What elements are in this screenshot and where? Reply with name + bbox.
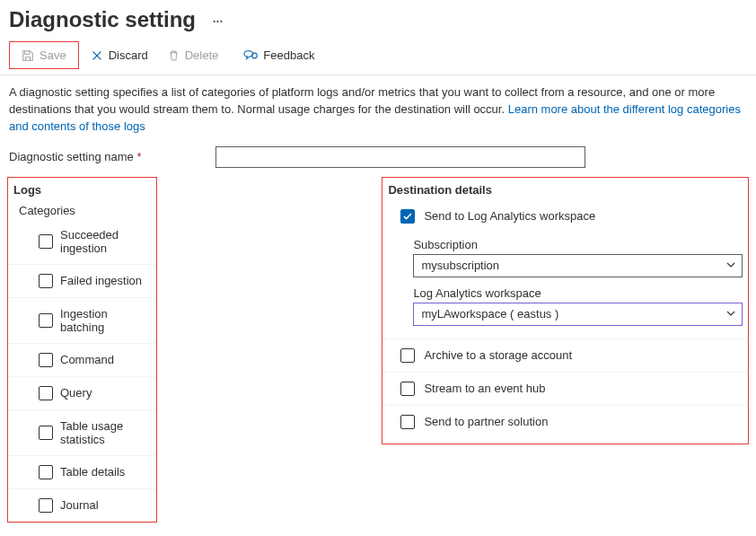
logs-categories-label: Categories — [8, 200, 156, 219]
law-value: myLAworkspace ( eastus ) — [421, 307, 558, 321]
log-category-label: Command — [60, 353, 114, 366]
dest-partner-row[interactable]: Send to partner solution — [382, 406, 748, 438]
log-category-label: Table usage statistics — [60, 419, 151, 446]
log-category-label: Succeeded ingestion — [60, 228, 151, 255]
dest-log-analytics-row[interactable]: Send to Log Analytics workspace — [382, 200, 748, 233]
checkbox[interactable] — [39, 426, 53, 440]
metrics-section: Metrics AllMetrics — [0, 533, 756, 536]
delete-label: Delete — [185, 48, 219, 62]
more-icon[interactable]: ··· — [202, 14, 224, 29]
logs-list: Succeeded ingestion Failed ingestion Ing… — [8, 219, 156, 522]
checkbox[interactable] — [39, 353, 53, 367]
feedback-button[interactable]: Feedback — [235, 44, 322, 66]
checkbox[interactable] — [39, 465, 53, 479]
log-category-row[interactable]: Table details — [8, 456, 156, 489]
dest-log-analytics-label: Send to Log Analytics workspace — [424, 209, 595, 223]
checkbox[interactable] — [39, 313, 53, 328]
subscription-select[interactable]: mysubscription — [413, 254, 743, 277]
checkbox[interactable] — [39, 274, 53, 288]
dest-archive-row[interactable]: Archive to a storage account — [382, 339, 748, 373]
name-row: Diagnostic setting name * — [0, 145, 756, 177]
save-label: Save — [40, 48, 66, 62]
destination-panel: Destination details Send to Log Analytic… — [382, 177, 749, 444]
logs-panel: Logs Categories Succeeded ingestion Fail… — [7, 177, 157, 523]
dest-archive-label: Archive to a storage account — [424, 348, 572, 362]
checkbox[interactable] — [400, 348, 415, 363]
logs-title: Logs — [8, 178, 156, 200]
log-category-row[interactable]: Failed ingestion — [8, 265, 156, 298]
checkbox[interactable] — [400, 415, 415, 429]
checkbox[interactable] — [39, 386, 53, 400]
dest-eventhub-row[interactable]: Stream to an event hub — [382, 373, 748, 406]
checkbox[interactable] — [39, 498, 53, 513]
delete-icon — [168, 49, 180, 62]
discard-button[interactable]: Discard — [83, 44, 156, 66]
chevron-down-icon — [725, 308, 736, 319]
chevron-down-icon — [725, 259, 736, 270]
subscription-field: Subscription mysubscription — [382, 233, 748, 281]
destination-title: Destination details — [382, 178, 748, 200]
checkbox[interactable] — [39, 234, 53, 249]
subscription-value: mysubscription — [421, 259, 499, 272]
name-label: Diagnostic setting name * — [9, 150, 208, 163]
dest-partner-label: Send to partner solution — [424, 415, 548, 428]
feedback-icon — [243, 49, 258, 62]
log-category-row[interactable]: Query — [8, 377, 156, 410]
intro-text: A diagnostic setting specifies a list of… — [0, 75, 756, 145]
log-category-label: Ingestion batching — [60, 307, 151, 334]
law-select[interactable]: myLAworkspace ( eastus ) — [413, 303, 743, 326]
law-field: Log Analytics workspace myLAworkspace ( … — [382, 281, 748, 339]
checkbox[interactable] — [400, 209, 415, 224]
discard-label: Discard — [109, 48, 148, 62]
required-asterisk: * — [136, 150, 141, 163]
save-icon — [22, 49, 34, 62]
log-category-row[interactable]: Command — [8, 344, 156, 377]
page-title: Diagnostic setting ··· — [0, 0, 756, 38]
save-button[interactable]: Save — [13, 44, 75, 66]
subscription-label: Subscription — [413, 238, 743, 254]
dest-eventhub-label: Stream to an event hub — [424, 382, 545, 395]
log-category-row[interactable]: Succeeded ingestion — [8, 219, 156, 265]
log-category-row[interactable]: Ingestion batching — [8, 298, 156, 344]
delete-button[interactable]: Delete — [160, 44, 227, 66]
name-input[interactable] — [215, 146, 585, 168]
log-category-row[interactable]: Table usage statistics — [8, 410, 156, 456]
law-label: Log Analytics workspace — [413, 286, 743, 303]
log-category-row[interactable]: Journal — [8, 489, 156, 522]
log-category-label: Table details — [60, 465, 125, 479]
page-title-text: Diagnostic setting — [9, 7, 196, 31]
toolbar: Save Discard Delete Feedback — [0, 38, 756, 75]
feedback-label: Feedback — [263, 48, 314, 62]
discard-icon — [91, 49, 103, 62]
log-category-label: Query — [60, 386, 92, 400]
log-category-label: Journal — [60, 498, 99, 512]
svg-point-0 — [252, 53, 258, 58]
log-category-label: Failed ingestion — [60, 274, 142, 287]
checkbox[interactable] — [400, 382, 415, 396]
